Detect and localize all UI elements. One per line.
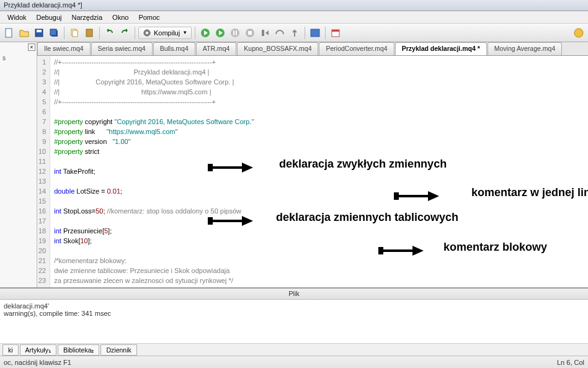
dropdown-arrow-icon: ▼ bbox=[182, 30, 187, 35]
menu-pomoc[interactable]: Pomoc bbox=[133, 12, 164, 22]
svg-rect-7 bbox=[86, 29, 92, 37]
close-icon[interactable]: × bbox=[28, 43, 35, 51]
toolbar-separator bbox=[64, 27, 65, 39]
pause-icon[interactable] bbox=[228, 26, 242, 40]
step-icon[interactable] bbox=[258, 26, 272, 40]
file-tab[interactable]: Moving Average.mq4 bbox=[488, 42, 562, 55]
bottom-tab[interactable]: ki bbox=[2, 344, 19, 356]
status-position: Ln 6, Col bbox=[557, 359, 584, 366]
toolbar-separator bbox=[99, 27, 100, 39]
menu-debuguj[interactable]: Debuguj bbox=[32, 12, 67, 22]
file-tab[interactable]: ATR.mq4 bbox=[196, 42, 237, 55]
annotation-label: komentarz w jednej linii bbox=[471, 186, 588, 199]
svg-rect-16 bbox=[248, 31, 252, 35]
redo-icon[interactable] bbox=[118, 26, 131, 40]
terminal-icon[interactable] bbox=[308, 26, 322, 40]
svg-rect-4 bbox=[50, 29, 56, 35]
file-tab[interactable]: Ile swiec.mq4 bbox=[37, 42, 91, 55]
svg-rect-14 bbox=[236, 30, 237, 35]
step-over-icon[interactable] bbox=[273, 26, 287, 40]
code-editor[interactable]: 1234567891011121314151617181920212223 //… bbox=[37, 56, 588, 287]
paste-icon[interactable] bbox=[82, 26, 96, 40]
undo-icon[interactable] bbox=[103, 26, 117, 40]
save-all-icon[interactable] bbox=[47, 26, 61, 40]
menu-bar: WidokDebugujNarzędziaOknoPomoc bbox=[0, 11, 588, 24]
toolbar-separator bbox=[305, 27, 305, 39]
bottom-tab[interactable]: Biblioteka₂ bbox=[58, 344, 100, 356]
annotation-label: deklaracja zwykłych zmiennych bbox=[279, 158, 447, 171]
status-help: oc, naciśnij klawisz F1 bbox=[4, 359, 71, 366]
status-bar: oc, naciśnij klawisz F1 Ln 6, Col bbox=[0, 356, 588, 368]
svg-rect-19 bbox=[332, 30, 339, 32]
svg-point-12 bbox=[231, 29, 239, 37]
toolbar-separator bbox=[195, 27, 195, 39]
file-tab[interactable]: Seria swiec.mq4 bbox=[91, 42, 153, 55]
output-line: warning(s), compile time: 341 msec bbox=[4, 310, 584, 317]
menu-okno[interactable]: Okno bbox=[107, 12, 133, 22]
svg-point-9 bbox=[146, 32, 148, 34]
open-folder-icon[interactable] bbox=[17, 26, 31, 40]
play-icon[interactable] bbox=[213, 26, 227, 40]
output-line: deklaracji.mq4' bbox=[4, 302, 584, 310]
step-out-icon[interactable] bbox=[288, 26, 301, 40]
svg-rect-2 bbox=[37, 30, 42, 32]
svg-rect-17 bbox=[311, 29, 319, 37]
file-tab[interactable]: Bulls.mq4 bbox=[153, 42, 195, 55]
bottom-tabs: kiArtykuły₁Biblioteka₂Dziennik bbox=[0, 343, 588, 356]
line-gutter: 1234567891011121314151617181920212223 bbox=[37, 56, 50, 287]
output-header[interactable]: Plik bbox=[0, 289, 588, 300]
annotation-label: deklaracja zmiennych tablicowych bbox=[276, 211, 458, 224]
compile-label: Kompiluj bbox=[154, 29, 180, 37]
navigator-panel: × s bbox=[0, 42, 37, 287]
svg-point-20 bbox=[574, 29, 583, 37]
svg-rect-13 bbox=[233, 30, 234, 35]
toolbar-separator bbox=[325, 27, 326, 39]
annotation-label: komentarz blokowy bbox=[443, 241, 547, 254]
file-tab[interactable]: PeriodConverter.mq4 bbox=[319, 42, 394, 55]
svg-rect-0 bbox=[6, 29, 12, 37]
svg-rect-6 bbox=[73, 30, 78, 37]
editor-tabs: Ile swiec.mq4Seria swiec.mq4Bulls.mq4ATR… bbox=[37, 42, 588, 56]
toolbar: Kompiluj ▼ bbox=[0, 24, 588, 42]
bottom-tab[interactable]: Artykuły₁ bbox=[20, 344, 56, 356]
save-icon[interactable] bbox=[32, 26, 46, 40]
help-icon[interactable] bbox=[572, 26, 586, 40]
toolbar-separator bbox=[135, 27, 135, 39]
title-bar: Przyklad deklaracji.mq4 *] bbox=[0, 0, 588, 11]
new-file-icon[interactable] bbox=[2, 26, 16, 40]
copy-icon[interactable] bbox=[68, 26, 81, 40]
gear-icon bbox=[143, 29, 151, 37]
calendar-icon[interactable] bbox=[329, 26, 342, 40]
run-icon[interactable] bbox=[198, 26, 212, 40]
bottom-tab[interactable]: Dziennik bbox=[100, 344, 136, 356]
menu-narzędzia[interactable]: Narzędzia bbox=[67, 12, 108, 22]
menu-widok[interactable]: Widok bbox=[2, 12, 32, 22]
file-tab[interactable]: Kupno_BOSSAFX.mq4 bbox=[237, 42, 318, 55]
file-tab[interactable]: Przyklad deklaracji.mq4 * bbox=[395, 42, 487, 55]
stop-icon[interactable] bbox=[243, 26, 257, 40]
output-panel: Plik deklaracji.mq4' warning(s), compile… bbox=[0, 287, 588, 346]
compile-button[interactable]: Kompiluj ▼ bbox=[138, 27, 192, 39]
